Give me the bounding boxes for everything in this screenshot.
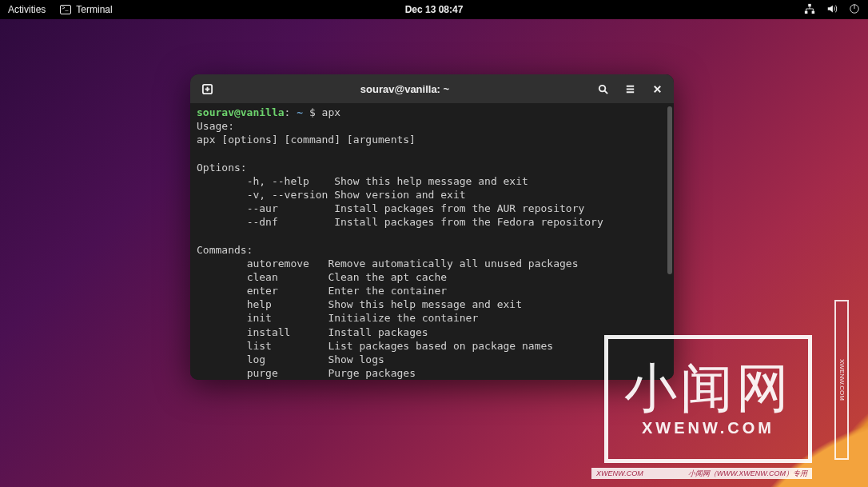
gnome-top-bar: Activities Terminal Dec 13 08:47	[0, 0, 868, 19]
command-row: clean Clean the apt cache	[197, 270, 667, 284]
prompt-line: sourav@vanilla: ~ $ apx	[197, 106, 667, 119]
current-app-indicator[interactable]: Terminal	[60, 4, 112, 15]
command-row: list List packages based on package name…	[197, 339, 667, 353]
prompt-symbol: $	[309, 106, 316, 118]
current-app-name: Terminal	[76, 4, 112, 15]
terminal-icon	[60, 5, 71, 14]
options-label: Options:	[197, 161, 667, 174]
svg-line-9	[604, 90, 607, 94]
usage-line: apx [options] [command] [arguments]	[197, 133, 667, 146]
volume-icon[interactable]	[826, 3, 838, 17]
usage-label: Usage:	[197, 119, 667, 133]
command-row: autoremove Remove automatically all unus…	[197, 257, 667, 270]
commands-label: Commands:	[197, 243, 667, 257]
scrollbar[interactable]	[667, 106, 672, 274]
command-row: help Show this help message and exit	[197, 297, 667, 311]
terminal-window: sourav@vanilla: ~ sourav@vanilla: ~ $ ap…	[190, 74, 674, 380]
command-row: install Install packages	[197, 325, 667, 339]
activities-button[interactable]: Activities	[8, 4, 46, 15]
network-icon[interactable]	[804, 3, 815, 17]
svg-rect-1	[805, 10, 808, 14]
power-icon[interactable]	[849, 3, 860, 17]
prompt-user: sourav	[197, 106, 234, 118]
option-row: --aur Install packages from the AUR repo…	[197, 202, 667, 215]
option-row: -v, --version Show version and exit	[197, 188, 667, 202]
window-title: sourav@vanilla: ~	[222, 83, 587, 95]
command-row: log Show logs	[197, 353, 667, 366]
terminal-output[interactable]: sourav@vanilla: ~ $ apx Usage: apx [opti…	[190, 103, 674, 380]
option-row: --dnf Install packages from the Fedora r…	[197, 215, 667, 229]
command-row: init Initialize the container	[197, 311, 667, 325]
close-button[interactable]	[645, 78, 669, 100]
command-row: purge Purge packages	[197, 366, 667, 380]
search-button[interactable]	[591, 78, 615, 100]
option-row: -h, --help Show this help message and ex…	[197, 174, 667, 188]
typed-command: apx	[322, 106, 340, 118]
menu-button[interactable]	[618, 78, 642, 100]
svg-point-8	[599, 85, 605, 91]
prompt-host: vanilla	[241, 106, 285, 118]
svg-rect-0	[808, 3, 811, 6]
command-row: enter Enter the container	[197, 284, 667, 297]
prompt-path: ~	[297, 106, 303, 118]
new-tab-button[interactable]	[195, 78, 219, 100]
clock[interactable]: Dec 13 08:47	[405, 4, 464, 15]
window-titlebar[interactable]: sourav@vanilla: ~	[190, 74, 674, 103]
svg-rect-2	[812, 10, 815, 14]
